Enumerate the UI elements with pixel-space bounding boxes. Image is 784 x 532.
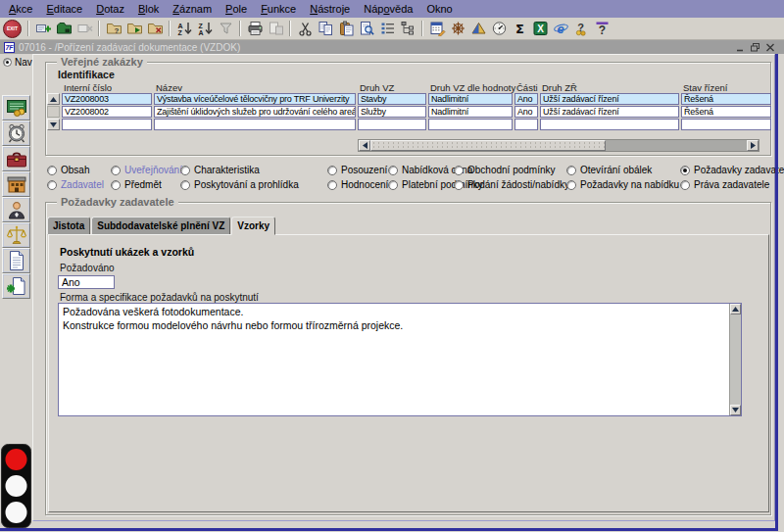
window-help-button[interactable]: ? xyxy=(592,20,612,38)
cell-druh-vz[interactable]: Stavby xyxy=(358,93,426,105)
scroll-down-button[interactable] xyxy=(730,405,741,415)
forma-text[interactable]: Požadována veškerá fotodokumentace. Kons… xyxy=(59,304,729,415)
pozadovano-input[interactable] xyxy=(58,275,115,289)
cell-druh-vz[interactable]: Služby xyxy=(358,106,426,118)
save-button[interactable] xyxy=(54,20,74,38)
cell-nazev[interactable]: Zajištění úklidových služeb pro udržován… xyxy=(154,106,356,118)
scroll-left-button[interactable] xyxy=(359,140,370,151)
cell-interni-cislo[interactable] xyxy=(62,119,152,130)
execute-query-button[interactable] xyxy=(124,20,144,38)
summation-button[interactable]: Σ xyxy=(510,20,529,38)
cell-nazev[interactable] xyxy=(154,119,356,130)
menu-item-dotaz[interactable]: Dotaz xyxy=(89,2,131,16)
section-radio-predmet[interactable]: Předmět xyxy=(111,179,162,190)
list-values-button[interactable] xyxy=(377,20,397,38)
cell-nazev[interactable]: Výstavba víceúčelové tělocvičny pro TRF … xyxy=(154,93,356,105)
help-topics-button[interactable]: ? xyxy=(571,20,591,38)
copy-button[interactable] xyxy=(316,20,335,38)
cancel-query-button[interactable] xyxy=(145,20,165,38)
nav-document-button[interactable] xyxy=(2,248,30,273)
tab-jistota[interactable]: Jistota xyxy=(47,217,90,235)
sort-ascending-button[interactable]: AZ xyxy=(174,20,194,38)
section-radio-pozadavky-zadavatele[interactable]: Požadavky zadavatele xyxy=(680,165,784,175)
exit-button[interactable]: EXIT xyxy=(3,20,22,38)
print-preview-button[interactable] xyxy=(266,20,285,38)
menu-item-funkce[interactable]: Funkce xyxy=(254,2,303,16)
section-radio-poskytovani-a-prohlidka[interactable]: Poskytování a prohlídka xyxy=(180,179,299,190)
navigator-wheel-button[interactable] xyxy=(448,20,467,38)
section-radio-otevirani-obalek[interactable]: Otevírání obálek xyxy=(566,165,652,175)
cell-druh-zr[interactable] xyxy=(540,119,679,130)
scrollbar-thumb[interactable] xyxy=(370,140,606,151)
nav-alarm-clock-button[interactable] xyxy=(2,121,30,146)
nav-toolbox-button[interactable] xyxy=(2,146,30,171)
section-radio-uverejnovani[interactable]: Uveřejňování xyxy=(111,165,182,175)
commit-button[interactable] xyxy=(33,20,53,38)
tree-view-button[interactable] xyxy=(398,20,417,38)
menu-item-pole[interactable]: Pole xyxy=(219,2,254,16)
table-horizontal-scrollbar[interactable] xyxy=(358,139,760,152)
prism-button[interactable] xyxy=(468,20,488,38)
cell-druh-zr[interactable]: Užší zadávací řízení xyxy=(540,93,679,105)
cell-casti[interactable]: Ano xyxy=(514,93,538,105)
paste-button[interactable] xyxy=(336,20,356,38)
cell-druh-vz-dle-hodnoty[interactable]: Nadlimitní xyxy=(428,93,513,105)
menu-item-napoveda[interactable]: Nápověda xyxy=(357,2,419,16)
record-scroll-down-button[interactable] xyxy=(47,119,60,130)
enter-query-button[interactable]: ? xyxy=(104,20,123,38)
cell-casti[interactable]: Ano xyxy=(514,106,538,118)
forma-textarea[interactable]: Požadována veškerá fotodokumentace. Kons… xyxy=(58,303,742,416)
menu-item-akce[interactable]: Akce xyxy=(2,2,39,16)
restore-button[interactable] xyxy=(750,42,761,53)
print-button[interactable] xyxy=(245,20,265,38)
record-scroll-up-button[interactable] xyxy=(47,93,60,105)
section-radio-obsah[interactable]: Obsah xyxy=(47,165,89,175)
calendar-button[interactable] xyxy=(427,20,447,38)
section-radio-prava-zadavatele[interactable]: Práva zadavatele xyxy=(680,179,769,190)
menu-item-okno[interactable]: Okno xyxy=(419,2,459,16)
nav-person-button[interactable] xyxy=(2,197,30,222)
section-radio-obchodni-podminky[interactable]: Obchodní podmínky xyxy=(454,165,556,175)
cell-druh-vz[interactable] xyxy=(358,119,426,130)
section-radio-charakteristika[interactable]: Charakteristika xyxy=(180,165,260,175)
scrollbar-track[interactable] xyxy=(730,314,741,405)
find-button[interactable] xyxy=(357,20,376,38)
cell-druh-vz-dle-hodnoty[interactable] xyxy=(428,119,513,130)
nav-scoreboard-button[interactable] xyxy=(2,95,30,121)
section-radio-hodnoceni[interactable]: Hodnocení xyxy=(327,179,388,190)
scrollbar-track[interactable] xyxy=(606,140,747,151)
section-radio-posouzeni[interactable]: Posouzení xyxy=(327,165,387,175)
rollback-button[interactable] xyxy=(74,20,94,38)
filter-button[interactable] xyxy=(216,20,235,38)
cell-druh-zr[interactable]: Užší zadávací řízení xyxy=(540,106,679,118)
textarea-scrollbar[interactable] xyxy=(729,304,741,415)
nav-document-new-button[interactable] xyxy=(2,273,30,299)
browser-button[interactable]: e xyxy=(551,20,570,38)
gauge-button[interactable] xyxy=(489,20,509,38)
cell-druh-vz-dle-hodnoty[interactable]: Nadlimitní xyxy=(428,106,513,118)
nav-toggle[interactable]: Nav xyxy=(3,57,32,68)
spreadsheet-export-button[interactable]: X xyxy=(530,20,550,38)
cell-stav-rizeni[interactable] xyxy=(681,119,771,130)
close-button[interactable] xyxy=(764,42,776,53)
cell-stav-rizeni[interactable]: Řešená xyxy=(681,93,771,105)
cell-interni-cislo[interactable]: VZ2008002 xyxy=(62,106,152,118)
cell-casti[interactable] xyxy=(514,119,538,130)
scroll-right-button[interactable] xyxy=(747,140,759,151)
menu-item-editace[interactable]: Editace xyxy=(39,2,89,16)
scroll-up-button[interactable] xyxy=(730,304,741,314)
tab-subdodavatelske-plneni-vz[interactable]: Subdodavatelské plnění VZ xyxy=(91,217,230,235)
cell-interni-cislo[interactable]: VZ2008003 xyxy=(62,93,152,105)
nav-scales-button[interactable] xyxy=(2,222,30,248)
tab-vzorky[interactable]: Vzorky xyxy=(231,217,275,235)
section-radio-pozadavky-na-nabidku[interactable]: Požadavky na nabídku xyxy=(566,179,679,190)
cut-button[interactable] xyxy=(295,20,315,38)
sort-descending-button[interactable]: ZA xyxy=(195,20,215,38)
section-radio-podani-zadosti-nabidky[interactable]: Podání žádosti/nabídky xyxy=(454,179,569,190)
cell-stav-rizeni[interactable]: Řešená xyxy=(681,106,771,118)
section-radio-zadavatel[interactable]: Zadavatel xyxy=(47,179,104,190)
menu-item-nastroje[interactable]: Nástroje xyxy=(303,2,357,16)
minimize-button[interactable] xyxy=(735,42,747,53)
menu-item-zaznam[interactable]: Záznam xyxy=(166,2,219,16)
menu-item-blok[interactable]: Blok xyxy=(131,2,166,16)
